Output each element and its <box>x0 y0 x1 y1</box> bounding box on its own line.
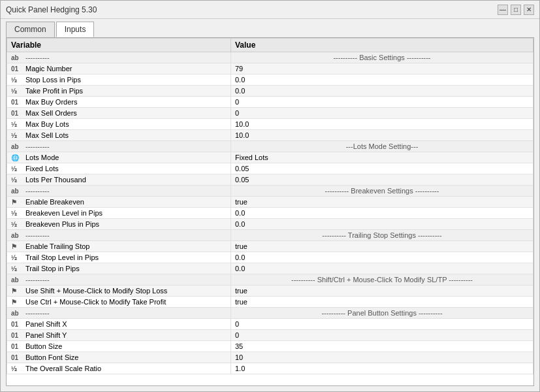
maximize-button[interactable]: □ <box>511 5 521 15</box>
table-row[interactable]: 01Magic Number79 <box>7 63 533 74</box>
variable-name: Button Size <box>25 342 62 350</box>
value-cell[interactable]: true <box>231 241 533 252</box>
table-row[interactable]: ¹⁄₂Max Buy Lots10.0 <box>7 119 533 130</box>
type-icon: 🌐 <box>11 154 23 161</box>
table-row[interactable]: 01Max Sell Orders0 <box>7 108 533 119</box>
type-icon: 01 <box>11 65 23 73</box>
content-panel: Variable Value ab-------------------- Ba… <box>6 37 534 386</box>
table-row[interactable]: ⚑Enable Trailing Stoptrue <box>7 241 533 252</box>
table-row[interactable]: 01Button Size35 <box>7 341 533 352</box>
table-row[interactable]: ⚑Enable Breakeventrue <box>7 197 533 208</box>
variable-cell: ¹⁄₂Trail Stop Level in Pips <box>7 252 231 263</box>
variable-cell: ¹⁄₂Trail Stop in Pips <box>7 263 231 274</box>
table-row[interactable]: 01Panel Shift X0 <box>7 319 533 330</box>
variable-name: Lots Mode <box>25 154 59 161</box>
table-row[interactable]: ¹⁄₂Max Sell Lots10.0 <box>7 130 533 141</box>
variable-name: Use Shift + Mouse-Click to Modify Stop L… <box>25 287 167 295</box>
table-row[interactable]: ab-------------------- Shift/Ctrl + Mous… <box>7 274 533 286</box>
variable-name: Max Sell Lots <box>25 131 69 139</box>
table-row[interactable]: ¹⁄₂Trail Stop in Pips0.0 <box>7 263 533 274</box>
table-row[interactable]: ¹⁄₂Lots Per Thousand0.05 <box>7 174 533 186</box>
type-icon: ¹⁄₂ <box>11 76 23 84</box>
variable-cell: ¹⁄₂Max Sell Lots <box>7 130 231 141</box>
table-row[interactable]: 01Button Font Size10 <box>7 352 533 363</box>
table-row[interactable]: ab-------------------- Trailing Stop Set… <box>7 230 533 241</box>
variable-cell: ¹⁄₂Max Buy Lots <box>7 119 231 130</box>
variable-name: Use Ctrl + Mouse-Click to Modify Take Pr… <box>25 298 166 306</box>
variable-cell: 01Panel Shift Y <box>7 330 231 341</box>
value-cell[interactable]: 0.05 <box>231 174 533 186</box>
table-row[interactable]: 🌐Lots ModeFixed Lots <box>7 152 533 163</box>
variable-cell: ⚑Use Ctrl + Mouse-Click to Modify Take P… <box>7 297 231 308</box>
variable-name: Fixed Lots <box>25 165 59 172</box>
variable-cell: ¹⁄₂Fixed Lots <box>7 163 231 174</box>
col-header-variable: Variable <box>7 39 231 52</box>
value-cell[interactable]: true <box>231 297 533 308</box>
table-row[interactable]: ¹⁄₂Take Profit in Pips0.0 <box>7 86 533 97</box>
type-icon: 01 <box>11 321 23 328</box>
col-header-value: Value <box>231 39 533 52</box>
type-icon: 01 <box>11 110 23 117</box>
variable-name: Trail Stop Level in Pips <box>25 253 99 261</box>
value-cell[interactable]: 0.0 <box>231 74 533 86</box>
close-button[interactable]: ✕ <box>524 5 534 15</box>
table-row[interactable]: ¹⁄₂Breakeven Plus in Pips0.0 <box>7 219 533 230</box>
table-row[interactable]: ¹⁄₂The Overall Scale Ratio1.0 <box>7 363 533 374</box>
value-cell: ---------- Breakeven Settings ---------- <box>231 186 533 197</box>
value-cell[interactable]: 0.0 <box>231 86 533 97</box>
variable-name: Breakeven Plus in Pips <box>25 220 99 228</box>
value-cell[interactable]: 10.0 <box>231 130 533 141</box>
value-cell[interactable]: 0 <box>231 97 533 108</box>
value-cell[interactable]: 10.0 <box>231 119 533 130</box>
table-row[interactable]: ⚑Use Ctrl + Mouse-Click to Modify Take P… <box>7 297 533 308</box>
type-icon: ab <box>11 143 23 150</box>
variable-cell: ab---------- <box>7 230 231 241</box>
table-row[interactable]: 01Panel Shift Y0 <box>7 330 533 341</box>
window-title: Quick Panel Hedging 5.30 <box>6 5 97 14</box>
table-row[interactable]: ab-------------------- Breakeven Setting… <box>7 186 533 197</box>
value-cell[interactable]: 35 <box>231 341 533 352</box>
variable-name: Panel Shift X <box>25 320 67 328</box>
value-cell[interactable]: 0.0 <box>231 219 533 230</box>
value-cell[interactable]: 10 <box>231 352 533 363</box>
value-cell[interactable]: 0.0 <box>231 252 533 263</box>
title-bar: Quick Panel Hedging 5.30 — □ ✕ <box>1 1 539 19</box>
variable-cell: 01Panel Shift X <box>7 319 231 330</box>
variable-cell: ¹⁄₂Breakeven Level in Pips <box>7 208 231 219</box>
window-controls: — □ ✕ <box>498 5 534 15</box>
table-row[interactable]: ab-------------------- Basic Settings --… <box>7 52 533 63</box>
variable-cell: ab---------- <box>7 186 231 197</box>
value-cell[interactable]: 0 <box>231 108 533 119</box>
value-cell[interactable]: 79 <box>231 63 533 74</box>
table-row[interactable]: ab-------------------- Panel Button Sett… <box>7 308 533 319</box>
variable-name: Stop Loss in Pips <box>25 76 81 84</box>
variable-cell: 01Button Size <box>7 341 231 352</box>
value-cell[interactable]: 0 <box>231 330 533 341</box>
table-row[interactable]: ¹⁄₂Fixed Lots0.05 <box>7 163 533 174</box>
value-cell[interactable]: true <box>231 286 533 297</box>
value-cell[interactable]: 0 <box>231 319 533 330</box>
tab-inputs[interactable]: Inputs <box>56 22 95 37</box>
value-cell[interactable]: 0.0 <box>231 263 533 274</box>
type-icon: ⚑ <box>11 287 23 295</box>
value-cell[interactable]: 1.0 <box>231 363 533 374</box>
tab-bar: Common Inputs <box>1 19 539 37</box>
type-icon: ¹⁄₂ <box>11 121 23 128</box>
value-cell[interactable]: 0.05 <box>231 163 533 174</box>
variable-name: ---------- <box>25 54 50 61</box>
table-row[interactable]: ab-------------Lots Mode Setting--- <box>7 141 533 152</box>
table-row[interactable]: ¹⁄₂Stop Loss in Pips0.0 <box>7 74 533 86</box>
table-row[interactable]: ¹⁄₂Breakeven Level in Pips0.0 <box>7 208 533 219</box>
table-row[interactable]: ⚑Use Shift + Mouse-Click to Modify Stop … <box>7 286 533 297</box>
table-row[interactable]: 01Max Buy Orders0 <box>7 97 533 108</box>
table-row[interactable]: ¹⁄₂Trail Stop Level in Pips0.0 <box>7 252 533 263</box>
variable-name: Take Profit in Pips <box>25 87 83 95</box>
value-cell[interactable]: 0.0 <box>231 208 533 219</box>
params-table-container[interactable]: Variable Value ab-------------------- Ba… <box>7 38 533 385</box>
variable-cell: ab---------- <box>7 52 231 63</box>
value-cell[interactable]: true <box>231 197 533 208</box>
minimize-button[interactable]: — <box>498 5 508 15</box>
value-cell: ---------- Trailing Stop Settings ------… <box>231 230 533 241</box>
tab-common[interactable]: Common <box>6 22 55 37</box>
value-cell[interactable]: Fixed Lots <box>231 152 533 163</box>
